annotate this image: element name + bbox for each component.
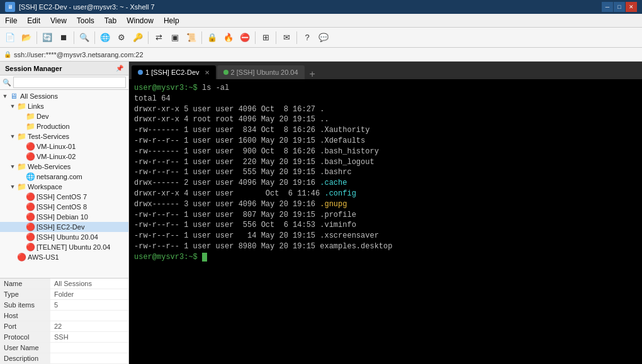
property-value — [50, 353, 128, 364]
tree-item-ubuntu2004[interactable]: 🔴 [SSH] Ubuntu 20.04 — [0, 232, 128, 242]
property-row: ProtocolSSH — [0, 332, 128, 343]
stop2-button[interactable]: ⛔ — [237, 30, 252, 45]
label-debian10: [SSH] Debian 10 — [37, 213, 88, 221]
property-value: 22 — [50, 321, 128, 332]
label-centos7: [SSH] CentOS 7 — [37, 193, 87, 201]
properties-table: NameAll SessionsTypeFolderSub items5Host… — [0, 279, 128, 364]
session-icon-aws-us1: 🔴 — [16, 253, 26, 262]
tree-item-debian10[interactable]: 🔴 [SSH] Debian 10 — [0, 212, 128, 222]
settings-button[interactable]: ⚙ — [114, 30, 129, 45]
expand-test-services[interactable]: ▼ — [9, 133, 16, 140]
property-label: Type — [0, 289, 50, 300]
tree-item-test-services[interactable]: ▼ 📁 Test-Services — [0, 131, 128, 141]
tree-item-web-services[interactable]: ▼ 📁 Web-Services — [0, 162, 128, 172]
address-text: ssh://user:****@mysvr3.netsarang.com:22 — [14, 51, 144, 58]
tree-item-aws-us1[interactable]: 🔴 AWS-US1 — [0, 252, 128, 262]
search-button[interactable]: 🔍 — [77, 30, 92, 45]
toolbar-separator-4 — [148, 31, 149, 44]
menu-window[interactable]: Window — [121, 14, 159, 27]
open-button[interactable]: 📂 — [19, 30, 34, 45]
session-icon-vm02: 🔴 — [25, 152, 35, 161]
tab-ubuntu2004[interactable]: 2 [SSH] Ubuntu 20.04 — [217, 65, 305, 79]
menu-edit[interactable]: Edit — [22, 14, 45, 27]
tree-item-all-sessions[interactable]: ▼ 🖥 All Sessions — [0, 91, 128, 101]
property-row: TypeFolder — [0, 289, 128, 300]
menu-tab[interactable]: Tab — [99, 14, 121, 27]
tab-dot-ubuntu2004 — [223, 70, 228, 75]
lock-button[interactable]: 🔒 — [205, 30, 220, 45]
key-button[interactable]: 🔑 — [130, 30, 145, 45]
terminal-line-5: -rw------- 1 user user 900 Oct 8 16:26 .… — [134, 146, 637, 157]
terminal-line-1: drwxr-xr-x 5 user user 4096 Oct 8 16:27 … — [134, 104, 637, 115]
tab-close-ec2dev[interactable]: ✕ — [205, 69, 210, 76]
folder-icon-dev: 📁 — [25, 112, 35, 121]
transfer-button[interactable]: ⇄ — [151, 30, 166, 45]
terminal-line-2: drwxr-xr-x 4 root root 4096 May 20 19:15… — [134, 114, 637, 125]
tab-ec2dev[interactable]: 1 [SSH] EC2-Dev ✕ — [132, 65, 216, 79]
menu-help[interactable]: Help — [159, 14, 184, 27]
tree-item-vm-linux-02[interactable]: 🔴 VM-Linux-02 — [0, 152, 128, 162]
menu-view[interactable]: View — [45, 14, 72, 27]
property-row: Sub items5 — [0, 300, 128, 311]
label-telnet-ubuntu: [TELNET] Ubuntu 20.04 — [37, 243, 110, 251]
expand-web-services[interactable]: ▼ — [9, 163, 16, 170]
tree-item-vm-linux-01[interactable]: 🔴 VM-Linux-01 — [0, 141, 128, 152]
pin-icon[interactable]: 📌 — [116, 65, 123, 72]
terminal-line-13: -rw-r--r-- 1 user user 14 May 20 19:15 .… — [134, 231, 637, 241]
session-icon-telnet-ubuntu: 🔴 — [25, 243, 35, 251]
expand-links[interactable]: ▼ — [9, 102, 16, 110]
terminal-button[interactable]: ▣ — [167, 30, 183, 45]
layout-button[interactable]: ⊞ — [258, 30, 273, 45]
tree-item-centos7[interactable]: 🔴 [SSH] CentOS 7 — [0, 192, 128, 202]
fire-button[interactable]: 🔥 — [221, 30, 236, 45]
tree-item-ec2dev[interactable]: 🔴 [SSH] EC2-Dev — [0, 222, 128, 232]
chat-button[interactable]: 💬 — [316, 30, 331, 45]
tree-item-centos8[interactable]: 🔴 [SSH] CentOS 8 — [0, 202, 128, 212]
session-icon-ubuntu2004: 🔴 — [25, 233, 35, 241]
session-panel-header: Session Manager 📌 — [0, 62, 128, 75]
expand-vm02 — [18, 153, 25, 160]
property-row: Port22 — [0, 321, 128, 332]
tree-item-dev[interactable]: 📁 Dev — [0, 111, 128, 121]
label-links: Links — [28, 102, 44, 110]
computer-icon: 🖥 — [9, 92, 19, 101]
expand-dev[interactable] — [18, 113, 25, 120]
property-label: Sub items — [0, 300, 50, 311]
terminal-area: 1 [SSH] EC2-Dev ✕ 2 [SSH] Ubuntu 20.04 +… — [129, 62, 642, 364]
add-tab-button[interactable]: + — [307, 69, 318, 79]
refresh-button[interactable]: 🔄 — [40, 30, 55, 45]
tab-label-ec2dev: 1 [SSH] EC2-Dev — [145, 69, 200, 76]
terminal-prompt-after: user@mysvr3:~$ — [134, 252, 637, 263]
script-button[interactable]: 📜 — [184, 30, 199, 45]
tree-item-production[interactable]: 📁 Production — [0, 121, 128, 131]
expand-production[interactable] — [18, 123, 25, 130]
tree-item-links[interactable]: ▼ 📁 Links — [0, 101, 128, 111]
tree-item-netsarang[interactable]: 🌐 netsarang.com — [0, 172, 128, 182]
property-label: Name — [0, 279, 50, 289]
session-icon-centos8: 🔴 — [25, 202, 35, 211]
terminal-line-9: drwxr-xr-x 4 user user Oct 6 11:46 .conf… — [134, 189, 637, 199]
maximize-button[interactable]: □ — [614, 2, 625, 12]
close-button[interactable]: ✕ — [626, 2, 637, 12]
expand-all-sessions[interactable]: ▼ — [1, 92, 9, 100]
session-search-input[interactable] — [13, 77, 126, 88]
globe-button[interactable]: 🌐 — [98, 30, 113, 45]
terminal-cursor — [202, 253, 207, 262]
properties-panel: NameAll SessionsTypeFolderSub items5Host… — [0, 278, 128, 364]
expand-vm01 — [18, 143, 25, 150]
help-button[interactable]: ? — [300, 30, 315, 45]
compose-button[interactable]: ✉ — [279, 30, 294, 45]
menu-file[interactable]: File — [0, 14, 22, 27]
property-row: Description — [0, 353, 128, 364]
folder-icon-production: 📁 — [25, 122, 35, 131]
stop-button[interactable]: ⏹ — [56, 30, 71, 45]
terminal-content[interactable]: user@mysvr3:~$ ls -al total 64 drwxr-xr-… — [129, 79, 642, 364]
tab-dot-ec2dev — [138, 70, 143, 75]
tree-item-telnet-ubuntu[interactable]: 🔴 [TELNET] Ubuntu 20.04 — [0, 242, 128, 252]
menu-tools[interactable]: Tools — [72, 14, 99, 27]
tree-item-workspace[interactable]: ▼ 📁 Workspace — [0, 182, 128, 192]
new-session-button[interactable]: 📄 — [3, 30, 18, 45]
expand-workspace[interactable]: ▼ — [9, 183, 16, 190]
minimize-button[interactable]: ─ — [602, 2, 613, 12]
folder-icon-web-services: 📁 — [16, 162, 26, 171]
